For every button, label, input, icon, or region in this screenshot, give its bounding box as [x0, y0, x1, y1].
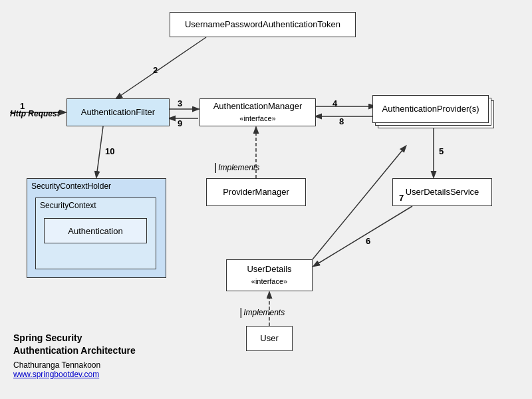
security-context-holder-label: SecurityContextHolder	[27, 179, 166, 194]
step6-label: 6	[366, 236, 370, 246]
step5-label: 5	[439, 146, 444, 156]
implements1-label: | Implements	[214, 162, 259, 173]
step9-label: 9	[178, 118, 182, 128]
auth-provider-stack: AuthenticationProvider(s)	[372, 95, 489, 123]
user-details-box: UserDetails«interface»	[226, 259, 313, 291]
auth-filter-box: AuthenticationFilter	[66, 98, 170, 126]
user-box: User	[246, 326, 293, 351]
user-details-service-box: UserDetailsService	[392, 178, 492, 206]
security-context-label: SecurityContext	[36, 198, 156, 213]
svg-line-8	[314, 206, 412, 266]
provider-manager-label: ProviderManager	[223, 186, 289, 198]
url-label[interactable]: www.springbootdev.com	[13, 370, 136, 379]
diagram: UsernamePasswordAuthenticationToken Auth…	[0, 0, 532, 399]
implements2-label: | Implements	[239, 307, 285, 318]
auth-manager-box: AuthenticationManager«interface»	[200, 98, 316, 126]
username-password-token-label: UsernamePasswordAuthenticationToken	[185, 19, 340, 31]
http-request-label: Http Request	[10, 109, 60, 118]
step7-label: 7	[399, 193, 404, 203]
auth-manager-label: AuthenticationManager«interface»	[213, 100, 303, 124]
security-context-box: SecurityContext Authentication	[35, 198, 156, 269]
provider-manager-box: ProviderManager	[206, 178, 306, 206]
diagram-title: Spring SecurityAuthentication Architectu…	[13, 332, 136, 358]
user-label: User	[260, 332, 278, 344]
authentication-label: Authentication	[68, 226, 122, 236]
user-details-label: UserDetails«interface»	[247, 263, 291, 287]
authentication-box: Authentication	[44, 218, 147, 243]
username-password-token-box: UsernamePasswordAuthenticationToken	[170, 12, 356, 37]
step4-label: 4	[332, 98, 337, 108]
author-label: Chathuranga Tennakoon	[13, 360, 136, 370]
bottom-text: Spring SecurityAuthentication Architectu…	[13, 332, 136, 379]
step3-label: 3	[178, 98, 182, 108]
auth-provider-label: AuthenticationProvider(s)	[382, 103, 479, 115]
svg-line-6	[96, 126, 103, 177]
svg-line-1	[116, 37, 206, 98]
auth-provider-box: AuthenticationProvider(s)	[372, 95, 489, 123]
step8-label: 8	[339, 116, 344, 126]
user-details-service-label: UserDetailsService	[406, 186, 479, 198]
security-context-holder-box: SecurityContextHolder SecurityContext Au…	[27, 178, 166, 278]
svg-line-9	[313, 146, 406, 259]
auth-filter-label: AuthenticationFilter	[81, 106, 155, 118]
step10-label: 10	[105, 146, 114, 156]
step2-label: 2	[153, 65, 158, 75]
